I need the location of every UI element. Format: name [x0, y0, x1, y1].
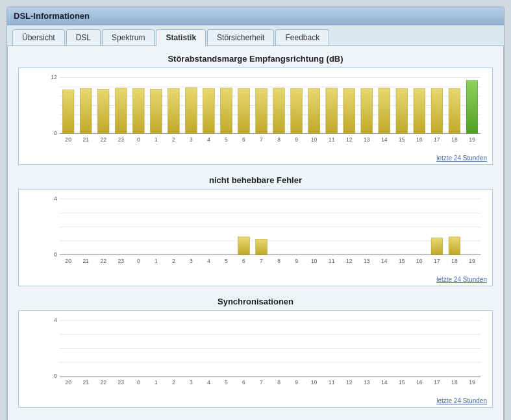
svg-rect-64: [238, 237, 250, 254]
svg-text:3: 3: [190, 379, 193, 386]
tab-dsl[interactable]: DSL: [66, 29, 101, 45]
svg-text:1: 1: [155, 258, 158, 264]
svg-text:13: 13: [364, 258, 370, 264]
svg-text:14: 14: [381, 136, 388, 143]
svg-text:16: 16: [416, 136, 423, 143]
svg-rect-13: [132, 89, 144, 134]
main-window: DSL-Informationen ÜbersichtDSLSpektrumSt…: [6, 6, 505, 420]
svg-text:8: 8: [277, 258, 280, 264]
svg-text:19: 19: [469, 136, 475, 143]
svg-rect-32: [466, 80, 478, 134]
svg-rect-27: [379, 88, 390, 134]
svg-text:0: 0: [137, 379, 140, 386]
svg-text:15: 15: [399, 258, 405, 264]
tab-feedback[interactable]: Feedback: [275, 29, 329, 45]
svg-text:10: 10: [311, 379, 318, 386]
svg-text:0: 0: [137, 136, 140, 143]
title-bar: DSL-Informationen: [7, 7, 504, 25]
svg-text:0: 0: [54, 373, 57, 379]
chart-section-synchronisationen: Synchronisationen40202122230123456789101…: [18, 297, 493, 408]
svg-text:20: 20: [65, 258, 71, 264]
svg-text:13: 13: [364, 379, 370, 386]
svg-text:13: 13: [364, 136, 370, 143]
svg-text:22: 22: [100, 136, 106, 143]
svg-text:12: 12: [346, 136, 353, 143]
chart-section-fehler: nicht behebbare Fehler402021222301234567…: [18, 175, 493, 286]
svg-rect-65: [256, 239, 268, 254]
svg-rect-28: [396, 89, 408, 134]
svg-text:6: 6: [242, 379, 245, 386]
svg-text:9: 9: [295, 258, 298, 264]
chart-svg-synchronisationen: 4020212223012345678910111213141516171819: [41, 316, 487, 394]
svg-text:9: 9: [295, 136, 298, 143]
svg-rect-21: [273, 88, 285, 134]
svg-text:23: 23: [118, 379, 124, 386]
svg-text:20: 20: [65, 379, 71, 386]
svg-text:21: 21: [82, 136, 89, 143]
svg-text:1: 1: [155, 379, 158, 386]
svg-rect-16: [186, 88, 197, 133]
svg-text:2: 2: [172, 258, 175, 264]
svg-text:18: 18: [451, 379, 458, 386]
svg-rect-29: [414, 89, 425, 134]
svg-text:4: 4: [207, 379, 210, 386]
chart-svg-fehler: 4020212223012345678910111213141516171819: [41, 195, 487, 273]
chart-container-synchronisationen: 4020212223012345678910111213141516171819…: [18, 310, 493, 408]
chart-section-storabstand: Störabstandsmarge Empfangsrichtung (dB)1…: [18, 54, 493, 165]
svg-rect-23: [308, 89, 320, 134]
svg-text:5: 5: [225, 379, 228, 386]
chart-title-fehler: nicht behebbare Fehler: [18, 175, 493, 185]
tab-uebersicht[interactable]: Übersicht: [12, 29, 65, 45]
svg-text:1: 1: [155, 136, 158, 143]
chart-title-synchronisationen: Synchronisationen: [18, 297, 493, 306]
chart-container-fehler: 4020212223012345678910111213141516171819…: [18, 189, 493, 286]
svg-text:0: 0: [137, 258, 140, 264]
svg-text:3: 3: [190, 258, 193, 264]
svg-rect-10: [80, 89, 92, 134]
time-label-storabstand: letzte 24 Stunden: [41, 154, 487, 162]
time-label-synchronisationen: letzte 24 Stunden: [41, 397, 487, 404]
svg-rect-19: [238, 89, 250, 134]
tab-statistik[interactable]: Statistik: [156, 29, 206, 46]
svg-text:14: 14: [381, 258, 388, 264]
svg-rect-9: [62, 90, 74, 133]
svg-text:21: 21: [82, 379, 89, 386]
svg-text:16: 16: [416, 379, 423, 386]
svg-rect-12: [115, 88, 127, 134]
svg-text:17: 17: [434, 136, 440, 143]
svg-text:0: 0: [54, 251, 57, 258]
svg-text:14: 14: [381, 379, 388, 386]
svg-text:8: 8: [277, 136, 280, 143]
window-title: DSL-Informationen: [14, 11, 90, 21]
svg-text:11: 11: [329, 258, 335, 264]
svg-text:12: 12: [51, 74, 57, 80]
chart-title-storabstand: Störabstandsmarge Empfangsrichtung (dB): [18, 54, 493, 64]
svg-text:4: 4: [54, 195, 57, 202]
svg-rect-14: [151, 90, 162, 134]
svg-text:17: 17: [434, 379, 440, 386]
tab-spektrum[interactable]: Spektrum: [102, 29, 155, 45]
svg-text:5: 5: [225, 136, 228, 143]
time-label-fehler: letzte 24 Stunden: [41, 276, 487, 283]
svg-text:6: 6: [242, 258, 245, 264]
svg-rect-22: [291, 89, 303, 134]
svg-text:22: 22: [100, 379, 106, 386]
svg-text:19: 19: [469, 258, 475, 264]
tab-stoersicherheit[interactable]: Störsicherheit: [207, 29, 274, 45]
svg-text:10: 10: [311, 136, 318, 143]
svg-text:10: 10: [311, 258, 318, 264]
svg-text:15: 15: [399, 136, 405, 143]
svg-text:2: 2: [172, 136, 175, 143]
svg-text:19: 19: [469, 379, 475, 386]
svg-text:8: 8: [277, 379, 280, 386]
svg-text:4: 4: [207, 258, 210, 264]
svg-rect-31: [449, 89, 460, 134]
svg-text:18: 18: [451, 136, 458, 143]
svg-text:3: 3: [190, 136, 193, 143]
content-area: Störabstandsmarge Empfangsrichtung (dB)1…: [7, 46, 504, 420]
svg-text:4: 4: [54, 317, 57, 323]
svg-rect-26: [361, 89, 373, 134]
svg-rect-17: [203, 89, 215, 134]
svg-text:21: 21: [82, 258, 89, 264]
svg-text:7: 7: [260, 258, 263, 264]
